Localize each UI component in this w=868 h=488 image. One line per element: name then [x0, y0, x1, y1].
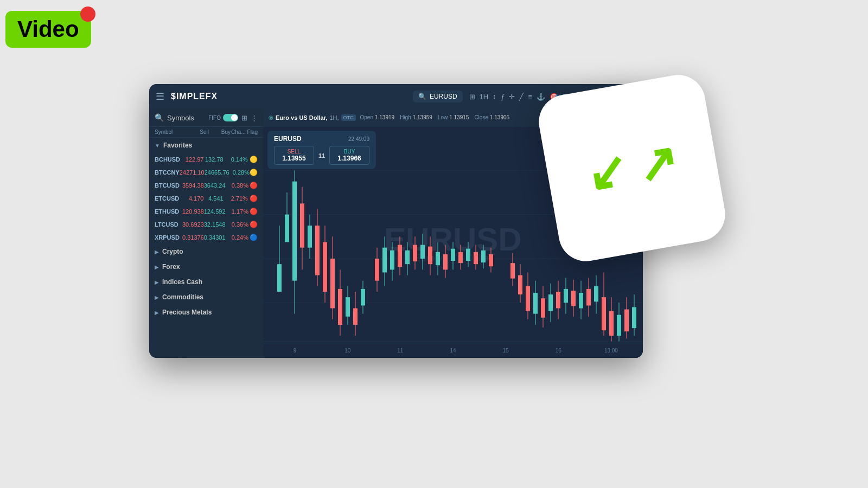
instrument-xrpusd[interactable]: XRPUSD 0.31376 0.34301 0.24% 🔵	[149, 231, 263, 244]
forex-title: Forex	[162, 263, 180, 271]
crosshair-icon[interactable]: ✛	[509, 93, 515, 101]
ohlc-open-value: 1.13919	[375, 114, 394, 120]
text-list-icon[interactable]: ≡	[528, 93, 532, 101]
menu-icon[interactable]: ☰	[156, 91, 164, 102]
svg-rect-24	[346, 297, 350, 317]
section-indices-cash[interactable]: ▶ Indices Cash	[149, 274, 263, 290]
sidebar: 🔍 Symbols FIFO ⊞ ⋮ Symbol Sell Buy Cha..…	[149, 109, 263, 358]
col-symbol-header: Symbol	[155, 129, 187, 135]
ohlc-high-value: 1.13959	[413, 114, 432, 120]
svg-rect-60	[489, 254, 493, 266]
svg-rect-54	[466, 249, 470, 261]
sell-button[interactable]: SELL 1.13955	[274, 146, 314, 165]
trade-symbol-row: EURUSD 22:49:09	[274, 135, 369, 143]
time-label-1300: 13:00	[585, 348, 637, 354]
indicator-icon[interactable]: ⫶	[493, 93, 496, 101]
time-label-14: 14	[426, 348, 479, 354]
anchor-icon[interactable]: ⚓	[537, 93, 545, 101]
svg-rect-58	[481, 251, 486, 262]
svg-rect-52	[458, 252, 463, 263]
svg-rect-74	[556, 292, 560, 309]
buy-price: 1.13966	[334, 155, 365, 162]
col-buy-header: Buy	[209, 129, 231, 135]
svg-rect-68	[533, 293, 538, 314]
trade-time: 22:49:09	[348, 136, 369, 142]
symbol-search[interactable]: 🔍 EURUSD	[413, 91, 463, 102]
svg-rect-6	[277, 264, 282, 292]
svg-rect-12	[300, 203, 304, 247]
svg-rect-50	[451, 249, 455, 261]
instrument-bchusd[interactable]: BCHUSD 122.97 132.78 0.14% 🟡	[149, 153, 263, 166]
svg-rect-16	[315, 226, 320, 275]
sell-price: 1.13955	[279, 155, 309, 162]
instrument-ltcusd[interactable]: LTCUSD 30.6923 32.1548 0.36% 🔴	[149, 218, 263, 231]
app-icon: ↙ ↗	[534, 70, 729, 265]
svg-rect-40	[413, 245, 417, 262]
svg-rect-14	[308, 226, 312, 248]
instrument-etcusd[interactable]: ETCUSD 4.170 4.541 2.71% 🔴	[149, 192, 263, 205]
column-headers: Symbol Sell Buy Cha... Flag	[149, 127, 263, 138]
app-logo: $IMPLEFX	[171, 92, 218, 101]
symbols-label: Symbols	[167, 114, 205, 122]
app-icon-arrows: ↙ ↗	[582, 136, 681, 200]
arrow-down-icon: ↙	[582, 145, 630, 200]
arrow-up-icon: ↗	[633, 136, 681, 191]
svg-rect-20	[330, 259, 335, 309]
instrument-ethusd[interactable]: ETHUSD 120.938 124.592 1.17% 🔴	[149, 205, 263, 218]
svg-rect-82	[586, 289, 591, 306]
section-crypto[interactable]: ▶ Crypto	[149, 244, 263, 259]
section-commodities[interactable]: ▶ Commodities	[149, 290, 263, 305]
commodities-arrow: ▶	[155, 294, 159, 300]
chart-symbol-icon: ◎	[269, 114, 273, 120]
ohlc-close-value: 1.13905	[490, 114, 509, 120]
svg-rect-18	[323, 242, 327, 292]
chart-timeframe: 1H,	[329, 114, 339, 121]
search-icon: 🔍	[418, 93, 426, 100]
svg-rect-28	[361, 289, 365, 306]
ohlc-high: High 1.13959	[400, 114, 432, 120]
favorites-title: Favorites	[163, 142, 192, 149]
line-icon[interactable]: ╱	[519, 93, 524, 101]
sidebar-grid-icon[interactable]: ⊞	[241, 114, 247, 122]
crypto-arrow: ▶	[155, 249, 159, 255]
grid-icon[interactable]: ⊞	[469, 93, 475, 101]
instrument-btccny[interactable]: BTCCNY 24271.10 24665.76 0.28% 🟡	[149, 166, 263, 179]
search-symbol-value: EURUSD	[430, 93, 457, 100]
favorites-arrow: ▼	[155, 143, 160, 149]
record-dot	[80, 7, 95, 22]
formula-icon[interactable]: ƒ	[501, 93, 505, 101]
svg-rect-80	[579, 293, 583, 308]
precious-arrow: ▶	[155, 310, 159, 316]
buy-button[interactable]: BUY 1.13966	[329, 146, 369, 165]
fifo-toggle-track	[223, 114, 238, 121]
svg-rect-32	[382, 248, 387, 273]
fifo-toggle[interactable]: FIFO	[208, 114, 238, 121]
sidebar-more-icon[interactable]: ⋮	[251, 114, 258, 122]
svg-rect-64	[518, 275, 522, 295]
chart-symbol-name: Euro vs US Dollar,	[276, 114, 327, 121]
sidebar-search-icon[interactable]: 🔍	[155, 113, 164, 122]
svg-rect-76	[564, 289, 568, 303]
instrument-btcusd[interactable]: BTCUSD 3594.38 3643.24 0.38% 🔴	[149, 179, 263, 192]
section-favorites[interactable]: ▼ Favorites	[149, 138, 263, 153]
svg-rect-66	[526, 286, 530, 311]
time-label-9: 9	[269, 348, 321, 354]
sidebar-icon-group: ⊞ ⋮	[241, 114, 258, 122]
svg-rect-34	[390, 251, 394, 270]
ohlc-low: Low 1.13915	[438, 114, 469, 120]
section-precious-metals[interactable]: ▶ Precious Metals	[149, 305, 263, 320]
svg-rect-8	[285, 215, 289, 242]
col-sell-header: Sell	[187, 129, 209, 135]
time-label-10: 10	[321, 348, 374, 354]
indices-arrow: ▶	[155, 279, 159, 285]
indices-title: Indices Cash	[162, 278, 202, 286]
svg-rect-78	[571, 291, 576, 306]
chart-ohlc: Open 1.13919 High 1.13959 Low 1.13915 Cl…	[360, 114, 510, 120]
spread-value: 11	[316, 152, 327, 159]
ohlc-open: Open 1.13919	[360, 114, 395, 120]
ohlc-close: Close 1.13905	[474, 114, 509, 120]
interval-icon[interactable]: 1H	[480, 93, 489, 101]
svg-rect-36	[398, 245, 402, 267]
video-badge-text: Video	[17, 16, 79, 42]
section-forex[interactable]: ▶ Forex	[149, 259, 263, 274]
